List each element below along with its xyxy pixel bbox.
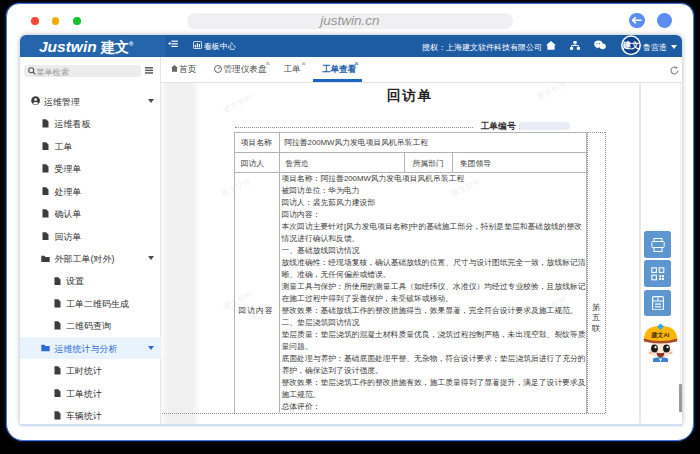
svg-text:建文AI: 建文AI — [651, 331, 670, 339]
svg-text:建文: 建文 — [621, 40, 640, 50]
